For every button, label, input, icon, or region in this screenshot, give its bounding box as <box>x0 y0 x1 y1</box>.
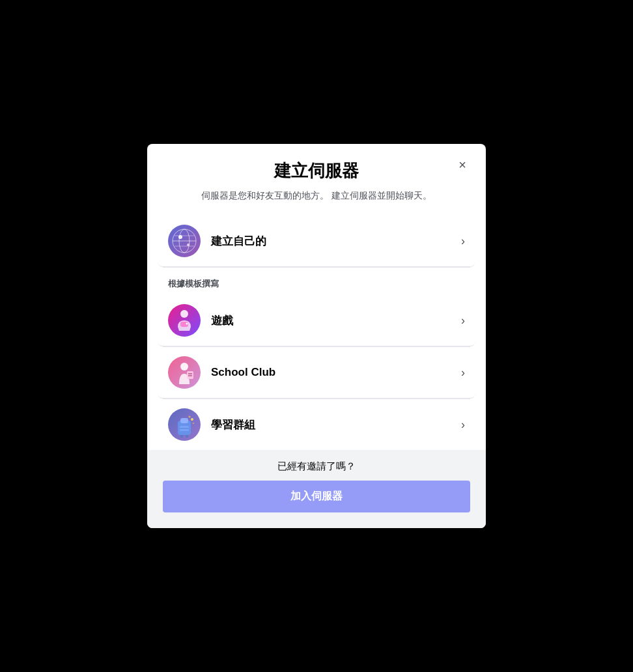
study-group-arrow: › <box>461 418 465 432</box>
join-server-button[interactable]: 加入伺服器 <box>163 481 470 512</box>
create-own-option[interactable]: 建立自己的 › <box>158 216 475 267</box>
gaming-label: 遊戲 <box>211 313 461 328</box>
svg-point-7 <box>180 310 188 318</box>
svg-point-9 <box>186 323 188 325</box>
school-club-label: School Club <box>211 366 461 379</box>
school-club-icon-svg <box>171 359 197 385</box>
modal-header: 建立伺服器 伺服器是您和好友互動的地方。 建立伺服器並開始聊天。 × <box>147 144 486 216</box>
school-club-option[interactable]: School Club › <box>158 347 475 399</box>
svg-point-6 <box>187 244 190 246</box>
svg-point-5 <box>178 235 182 239</box>
svg-point-18 <box>191 418 193 421</box>
close-icon: × <box>458 158 466 173</box>
study-group-label: 學習群組 <box>211 417 461 432</box>
study-group-icon-svg <box>171 412 197 438</box>
gaming-icon <box>168 304 201 337</box>
study-group-option[interactable]: 學習群組 › <box>158 399 475 450</box>
gaming-arrow: › <box>461 314 465 328</box>
school-club-arrow: › <box>461 366 465 380</box>
svg-point-19 <box>189 416 191 418</box>
study-group-icon <box>168 408 201 441</box>
template-section-label: 根據模板撰寫 <box>158 268 475 295</box>
create-own-label: 建立自己的 <box>211 234 461 249</box>
modal-body: 建立自己的 › 根據模板撰寫 遊戲 <box>147 216 486 450</box>
modal-subtitle: 伺服器是您和好友互動的地方。 建立伺服器並開始聊天。 <box>163 189 470 203</box>
create-own-icon <box>168 225 201 257</box>
svg-rect-15 <box>180 418 188 423</box>
gaming-icon-svg <box>171 307 197 333</box>
footer-text: 已經有邀請了嗎？ <box>163 460 470 473</box>
school-club-icon <box>168 356 201 389</box>
svg-point-20 <box>193 423 194 424</box>
gaming-option[interactable]: 遊戲 › <box>158 295 475 346</box>
modal-title: 建立伺服器 <box>163 160 470 182</box>
svg-point-10 <box>180 363 188 371</box>
modal-overlay: 建立伺服器 伺服器是您和好友互動的地方。 建立伺服器並開始聊天。 × <box>0 0 633 672</box>
create-own-arrow: › <box>461 234 465 248</box>
create-server-modal: 建立伺服器 伺服器是您和好友互動的地方。 建立伺服器並開始聊天。 × <box>147 144 486 528</box>
close-button[interactable]: × <box>452 154 473 175</box>
modal-footer: 已經有邀請了嗎？ 加入伺服器 <box>147 450 486 528</box>
create-own-icon-svg <box>171 228 197 254</box>
svg-rect-11 <box>187 371 193 379</box>
